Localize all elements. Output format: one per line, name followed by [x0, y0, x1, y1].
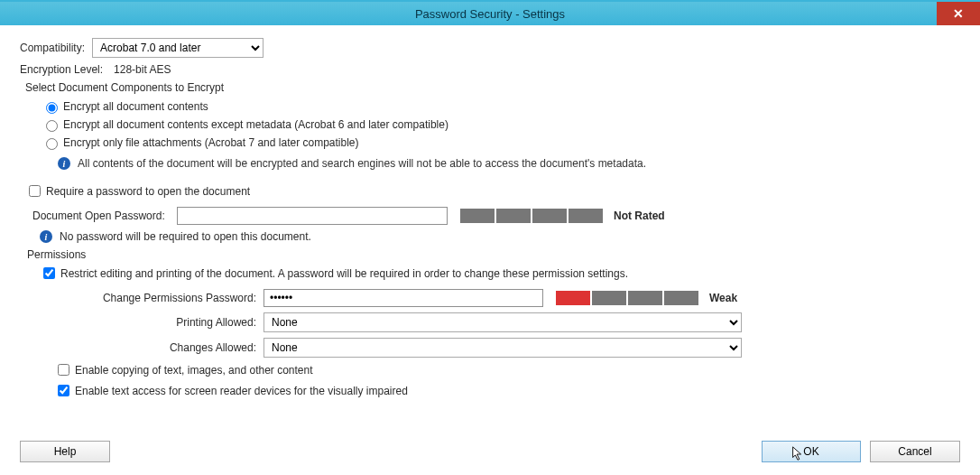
components-group-title: Select Document Components to Encrypt	[25, 81, 960, 94]
encrypt-attachments-label: Encrypt only file attachments (Acrobat 7…	[63, 136, 359, 149]
permissions-header: Permissions	[27, 248, 960, 261]
restrict-editing-label: Restrict editing and printing of the doc…	[60, 267, 628, 280]
help-button[interactable]: Help	[20, 441, 110, 462]
encryption-level-label: Encryption Level:	[20, 63, 103, 76]
components-info-text: All contents of the document will be enc…	[78, 157, 646, 170]
open-password-info: No password will be required to open thi…	[60, 230, 311, 243]
require-open-password-checkbox[interactable]	[29, 185, 41, 197]
compatibility-label: Compatibility:	[20, 42, 85, 54]
encrypt-all-label: Encrypt all document contents	[63, 100, 208, 113]
info-icon: i	[58, 157, 70, 170]
encrypt-except-meta-radio[interactable]	[46, 120, 58, 132]
encrypt-except-meta-label: Encrypt all document contents except met…	[63, 118, 448, 131]
compatibility-select[interactable]: Acrobat 7.0 and later	[92, 38, 263, 58]
title-bar: Password Security - Settings ✕	[0, 2, 980, 25]
doc-open-password-input[interactable]	[177, 207, 448, 225]
open-pw-strength-meter: Not Rated	[460, 209, 665, 223]
require-open-password-label: Require a password to open the document	[46, 185, 250, 198]
doc-open-password-label: Document Open Password:	[32, 210, 177, 222]
encrypt-all-radio[interactable]	[46, 102, 58, 114]
enable-screen-reader-label: Enable text access for screen reader dev…	[75, 385, 408, 397]
open-pw-strength-text: Not Rated	[614, 210, 665, 222]
close-icon: ✕	[953, 6, 964, 21]
cancel-button[interactable]: Cancel	[870, 441, 960, 462]
changes-allowed-label: Changes Allowed:	[56, 341, 263, 354]
printing-allowed-label: Printing Allowed:	[56, 316, 263, 329]
printing-allowed-select[interactable]: None	[263, 312, 742, 332]
window-title: Password Security - Settings	[415, 7, 565, 21]
enable-copy-checkbox[interactable]	[58, 364, 69, 376]
change-permissions-pw-label: Change Permissions Password:	[56, 292, 263, 304]
close-button[interactable]: ✕	[937, 2, 980, 25]
components-group: Select Document Components to Encrypt En…	[25, 81, 960, 170]
enable-screen-reader-checkbox[interactable]	[58, 385, 69, 396]
perm-pw-strength-meter: Weak	[556, 291, 737, 305]
info-icon: i	[40, 230, 52, 243]
ok-button[interactable]: OK	[762, 441, 861, 462]
encryption-level-value: 128-bit AES	[114, 63, 171, 76]
change-permissions-pw-input[interactable]	[263, 289, 543, 307]
enable-copy-label: Enable copying of text, images, and othe…	[75, 364, 313, 377]
perm-pw-strength-text: Weak	[709, 292, 737, 304]
restrict-editing-checkbox[interactable]	[43, 267, 55, 279]
changes-allowed-select[interactable]: None	[263, 338, 742, 358]
encrypt-attachments-radio[interactable]	[46, 138, 58, 150]
